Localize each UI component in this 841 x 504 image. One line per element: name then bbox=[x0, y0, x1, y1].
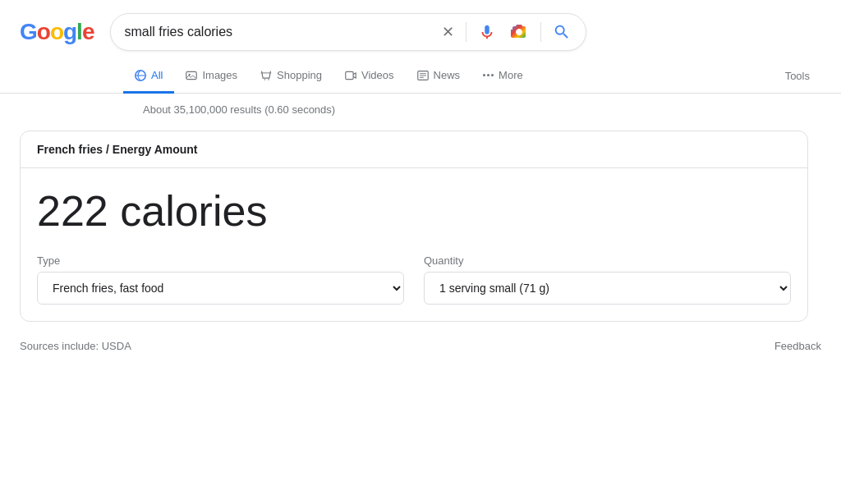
images-tab-icon bbox=[186, 70, 197, 81]
header: Google small fries calories ✕ bbox=[0, 0, 841, 59]
breadcrumb: French fries / Energy Amount bbox=[21, 131, 807, 168]
type-label: Type bbox=[37, 254, 404, 267]
knowledge-panel-body: 222 calories Type French fries, fast foo… bbox=[21, 168, 807, 321]
svg-rect-1 bbox=[186, 71, 196, 79]
tab-videos[interactable]: Videos bbox=[333, 59, 406, 94]
quantity-select[interactable]: 1 serving small (71 g) bbox=[424, 272, 791, 305]
tab-news-label: News bbox=[434, 69, 461, 81]
videos-tab-icon bbox=[345, 70, 356, 81]
tab-videos-label: Videos bbox=[361, 69, 394, 81]
feedback-link[interactable]: Feedback bbox=[774, 340, 821, 352]
logo-letter-l: l bbox=[76, 19, 82, 45]
search-divider-2 bbox=[540, 22, 541, 42]
tab-more[interactable]: More bbox=[471, 59, 535, 94]
tab-all-label: All bbox=[151, 69, 163, 81]
tools-button[interactable]: Tools bbox=[774, 60, 821, 92]
quantity-label: Quantity bbox=[424, 254, 791, 267]
svg-rect-5 bbox=[346, 71, 353, 79]
search-button[interactable] bbox=[551, 21, 572, 43]
news-tab-icon bbox=[417, 70, 429, 81]
type-selector-group: Type French fries, fast food bbox=[37, 254, 404, 305]
voice-search-button[interactable] bbox=[476, 21, 498, 43]
tab-images-label: Images bbox=[202, 69, 237, 81]
knowledge-panel: French fries / Energy Amount 222 calorie… bbox=[20, 131, 808, 322]
tab-shopping-label: Shopping bbox=[277, 69, 322, 81]
logo-letter-o2: o bbox=[50, 19, 63, 45]
tab-news[interactable]: News bbox=[406, 59, 472, 94]
results-count-text: About 35,100,000 results (0.60 seconds) bbox=[143, 103, 335, 116]
clear-button[interactable]: ✕ bbox=[440, 21, 456, 43]
type-select[interactable]: French fries, fast food bbox=[37, 272, 404, 305]
camera-icon bbox=[509, 22, 529, 42]
breadcrumb-current: Energy Amount bbox=[113, 143, 198, 156]
search-input[interactable]: small fries calories bbox=[124, 25, 432, 39]
svg-point-4 bbox=[268, 79, 269, 80]
logo-letter-g2: g bbox=[63, 19, 76, 45]
search-icon-group: ✕ bbox=[440, 21, 572, 44]
nav-tabs: All Images Shopping Videos News bbox=[0, 59, 841, 94]
search-icon bbox=[553, 23, 571, 41]
all-tab-icon bbox=[135, 70, 146, 81]
tab-shopping[interactable]: Shopping bbox=[249, 59, 333, 94]
calories-value: 222 calories bbox=[37, 188, 791, 235]
results-count: About 35,100,000 results (0.60 seconds) bbox=[123, 94, 841, 121]
source-text: Sources include: USDA bbox=[20, 340, 131, 352]
breadcrumb-prefix: French fries bbox=[37, 143, 103, 156]
search-bar: small fries calories ✕ bbox=[110, 13, 586, 51]
more-tab-icon bbox=[483, 74, 494, 76]
shopping-tab-icon bbox=[260, 70, 272, 81]
mic-icon bbox=[478, 23, 496, 41]
tab-images[interactable]: Images bbox=[174, 59, 249, 94]
svg-point-3 bbox=[264, 79, 266, 80]
selectors-row: Type French fries, fast food Quantity 1 … bbox=[37, 254, 791, 305]
search-divider bbox=[466, 22, 466, 42]
tools-label: Tools bbox=[785, 70, 810, 82]
logo-letter-o1: o bbox=[37, 19, 50, 45]
breadcrumb-separator: / bbox=[106, 143, 113, 156]
logo-letter-g: G bbox=[20, 19, 37, 45]
image-search-button[interactable] bbox=[508, 21, 531, 44]
results-footer: Sources include: USDA Feedback bbox=[0, 332, 841, 360]
google-logo[interactable]: Google bbox=[20, 19, 94, 45]
logo-letter-e: e bbox=[82, 19, 94, 45]
tab-more-label: More bbox=[499, 69, 523, 81]
quantity-selector-group: Quantity 1 serving small (71 g) bbox=[424, 254, 791, 305]
tab-all[interactable]: All bbox=[123, 59, 174, 94]
clear-icon: ✕ bbox=[442, 23, 454, 41]
